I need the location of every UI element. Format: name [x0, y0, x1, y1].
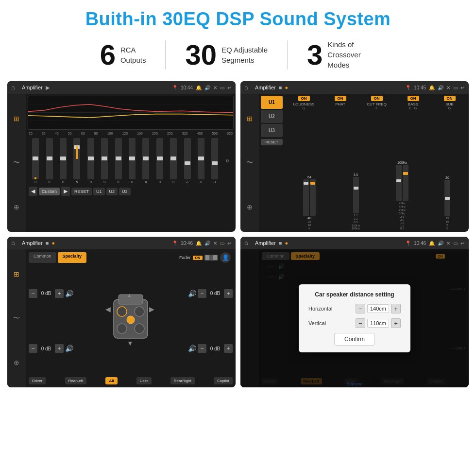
dialog-circle-icon: ●	[285, 240, 288, 246]
bass-control: ON BASS F G	[399, 96, 428, 110]
speaker-volume-icon[interactable]: 🔊	[204, 241, 210, 246]
speaker-tr-control: 🔊 − 0 dB +	[188, 289, 233, 298]
speaker-user-icon[interactable]: 👤	[220, 252, 231, 263]
amp-u2-btn[interactable]: U2	[261, 110, 283, 123]
fader-on-badge[interactable]: ON	[193, 256, 203, 260]
dialog-back-icon[interactable]: ↩	[460, 241, 464, 246]
speaker-close-icon[interactable]: ✕	[213, 241, 217, 246]
amp-wave-icon[interactable]: 〜	[246, 158, 253, 167]
btn-all[interactable]: All	[105, 377, 117, 384]
eq-slider-9[interactable]: 0	[142, 138, 149, 184]
btn-copilot[interactable]: Copilot	[214, 377, 233, 384]
eq-graph	[28, 96, 234, 130]
amp-reset-btn[interactable]: RESET	[261, 139, 283, 145]
tab-specialty[interactable]: Specialty	[58, 252, 87, 263]
eq-slider-14[interactable]: -1	[211, 138, 218, 184]
back-icon[interactable]: ↩	[227, 85, 231, 90]
eq-u3-btn[interactable]: U3	[119, 188, 131, 195]
dialog-vertical-minus[interactable]: −	[356, 318, 365, 328]
confirm-button[interactable]: Confirm	[334, 333, 375, 346]
eq-slider-11[interactable]: 0	[170, 138, 177, 184]
dialog-vertical-plus[interactable]: +	[391, 318, 401, 328]
amp-settings-icon[interactable]: ⊕	[247, 203, 253, 211]
eq-sidebar-settings-icon[interactable]: ⊕	[14, 203, 19, 211]
speaker-tr-minus[interactable]: −	[198, 289, 206, 298]
speaker-left-controls: − 0 dB + 🔊 − 0 dB + 🔊	[29, 267, 75, 375]
eq-next-btn[interactable]: ▶	[61, 187, 70, 196]
dialog-horizontal-minus[interactable]: −	[356, 304, 365, 313]
dialog-dot-icon: ■	[279, 240, 282, 246]
amp-expand-icon[interactable]: ▭	[453, 85, 458, 90]
eq-slider-7[interactable]: 0	[115, 138, 122, 184]
eq-slider-6[interactable]: 0	[101, 138, 108, 184]
speaker-expand-icon[interactable]: ▭	[220, 241, 224, 246]
btn-rearleft[interactable]: RearLeft	[65, 377, 87, 384]
speaker-br-plus[interactable]: +	[224, 344, 233, 353]
eq-slider-10[interactable]: 0	[156, 138, 163, 184]
eq-slider-8[interactable]: 0	[129, 138, 136, 184]
speaker-tl-plus[interactable]: +	[55, 289, 64, 298]
eq-custom-btn[interactable]: Custom	[39, 188, 60, 195]
speaker-bl-plus[interactable]: +	[55, 344, 64, 353]
phat-control: ON PHAT	[326, 96, 355, 110]
eq-screen: ⌂ Amplifier ▶ 📍 10:44 🔔 🔊 ✕ ▭ ↩ ⊞ 〜 ⊕	[7, 81, 236, 232]
speaker-bell-icon: 🔔	[196, 241, 202, 246]
eq-sidebar-eq-icon[interactable]: ⊞	[14, 115, 19, 122]
eq-reset-btn[interactable]: RESET	[71, 188, 92, 195]
speaker-tr-val: 0 dB	[208, 291, 222, 296]
speaker-settings-icon[interactable]: ⊕	[14, 359, 19, 366]
speaker-bl-minus[interactable]: −	[29, 344, 37, 353]
close-icon[interactable]: ✕	[213, 85, 217, 90]
eq-slider-2[interactable]: 0	[46, 138, 53, 184]
svg-text:▶: ▶	[149, 305, 154, 313]
eq-slider-3[interactable]: 0	[60, 138, 67, 184]
expand-icon[interactable]: ▭	[220, 85, 224, 90]
amp-u3-btn[interactable]: U3	[261, 124, 283, 137]
speaker-br-minus[interactable]: −	[198, 344, 206, 353]
car-diagram-area: ◀ ▶ ▼ ▲	[77, 267, 185, 375]
eq-sidebar-wave-icon[interactable]: 〜	[13, 158, 20, 167]
amp-u1-btn[interactable]: U1	[261, 96, 283, 109]
amp-volume-icon[interactable]: 🔊	[438, 85, 443, 90]
phat-on-badge[interactable]: ON	[335, 96, 346, 101]
speaker-location-icon: 📍	[172, 241, 178, 246]
dialog-expand-icon[interactable]: ▭	[453, 241, 458, 246]
speaker-wave-icon[interactable]: 〜	[13, 314, 20, 323]
speaker-tabs: Common Specialty Fader ON 👤	[29, 252, 233, 263]
eq-u1-btn[interactable]: U1	[93, 188, 105, 195]
speaker-home-icon[interactable]: ⌂	[11, 239, 19, 247]
amp-eq-icon[interactable]: ⊞	[247, 115, 253, 122]
btn-user[interactable]: User	[136, 377, 152, 384]
eq-slider-4[interactable]: 5	[73, 138, 80, 184]
btn-driver[interactable]: Driver	[29, 377, 46, 384]
eq-slider-1[interactable]: 0	[32, 138, 39, 184]
amp-close-icon[interactable]: ✕	[446, 85, 450, 90]
eq-slider-12[interactable]: -1	[184, 138, 191, 184]
dialog-horizontal-plus[interactable]: +	[391, 304, 401, 313]
dialog-volume-icon[interactable]: 🔊	[438, 241, 443, 246]
dialog-close-icon[interactable]: ✕	[446, 241, 450, 246]
eq-prev-btn[interactable]: ◀	[29, 187, 37, 196]
speaker-back-icon[interactable]: ↩	[227, 241, 231, 246]
cutfreq-on-badge[interactable]: ON	[371, 96, 383, 101]
loudness-on-badge[interactable]: ON	[298, 96, 310, 101]
sub-on-badge[interactable]: ON	[444, 96, 456, 101]
speaker-main: Common Specialty Fader ON 👤	[26, 249, 236, 387]
speaker-eq-icon[interactable]: ⊞	[14, 270, 19, 278]
dialog-horizontal-value: 140cm	[367, 304, 389, 313]
play-icon[interactable]: ▶	[46, 85, 50, 91]
eq-expand-icon[interactable]: »	[225, 156, 229, 164]
eq-slider-5[interactable]: 0	[87, 138, 94, 184]
speaker-tr-plus[interactable]: +	[224, 289, 233, 298]
eq-u2-btn[interactable]: U2	[106, 188, 118, 195]
bass-on-badge[interactable]: ON	[408, 96, 419, 101]
amp-home-icon[interactable]: ⌂	[244, 84, 252, 91]
volume-icon[interactable]: 🔊	[204, 85, 210, 90]
amp-back-icon[interactable]: ↩	[460, 85, 464, 90]
home-icon[interactable]: ⌂	[11, 84, 19, 91]
speaker-tl-minus[interactable]: −	[29, 289, 37, 298]
eq-slider-13[interactable]: 0	[198, 138, 204, 184]
btn-rearright[interactable]: RearRight	[170, 377, 195, 384]
tab-common[interactable]: Common	[29, 252, 56, 263]
dialog-home-icon[interactable]: ⌂	[244, 239, 252, 247]
